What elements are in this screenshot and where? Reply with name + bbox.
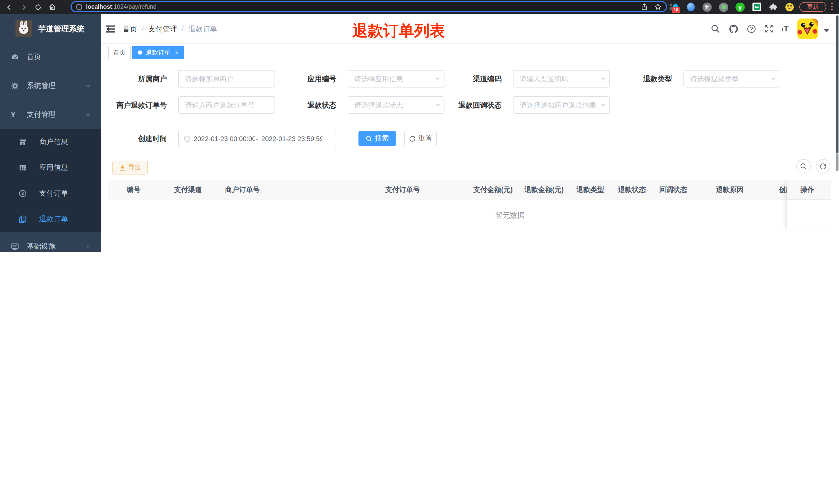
help-icon[interactable] [747,24,756,34]
col-action: 操作 [787,180,831,200]
filter-label-refund-status: 退款状态 [271,96,336,114]
refund-type-select[interactable] [683,70,780,88]
channel-select[interactable] [513,70,610,88]
font-size-icon[interactable]: tT [782,24,788,34]
col-refund-amount: 退款金额(元) [520,180,572,200]
filter-label-create-time: 创建时间 [106,130,167,147]
extension-emoji-icon[interactable] [784,2,795,12]
chevron-down-icon [86,84,91,89]
refresh-icon [409,135,416,142]
fixed-action-column: 操作 [787,180,831,230]
filter-label-merchant-refund-no: 商户退款订单号 [106,96,167,114]
tag-close-icon[interactable]: × [175,50,178,55]
clock-icon [184,135,191,142]
forward-icon[interactable] [19,2,28,12]
app-title: 芋道管理系统 [38,24,85,34]
download-icon [120,164,126,170]
yen-icon: ¥ [11,111,19,119]
col-pay-order-no: 支付订单号 [381,180,469,200]
chevron-up-icon [86,112,91,118]
url-bar[interactable]: localhost:1024/pay/refund [71,1,667,12]
breadcrumb-home[interactable]: 首页 [123,25,137,34]
col-pay-amount: 支付金额(元) [469,180,520,200]
sidebar-item-home[interactable]: 首页 [0,43,101,72]
end-date-input[interactable] [262,134,323,142]
app-logo: 芋道管理系统 [0,14,101,43]
sidebar-item-pay[interactable]: ¥ 支付管理 [0,101,101,129]
sidebar-item-app-info[interactable]: 应用信息 [0,155,101,181]
col-refund-type: 退款类型 [572,180,613,200]
back-icon[interactable] [4,2,14,12]
filter-label-callback-status: 退款回调状态 [436,96,502,114]
page-title: 退款订单列表 [352,21,445,42]
extension-chat-icon[interactable] [751,2,762,12]
export-button[interactable]: 导出 [112,161,148,175]
sidebar-toggle-icon[interactable] [106,25,115,33]
create-time-range-picker[interactable]: - [178,130,336,147]
refund-status-select[interactable] [347,96,445,114]
scrollbar-thumb[interactable] [836,15,838,154]
sidebar: 芋道管理系统 首页 系统管理 ¥ 支付管理 [0,14,101,252]
app-select[interactable] [347,70,445,88]
dashboard-icon [11,53,19,61]
extensions-row: 10 y [669,2,795,12]
scrollbar-track-segment [836,154,838,171]
info-icon[interactable] [76,3,83,10]
table-header-row: 编号 支付渠道 商户订单号 支付订单号 支付金额(元) 退款金额(元) 退款类型… [108,180,831,200]
callback-status-select[interactable] [513,96,610,114]
filter-label-refund-type: 退款类型 [606,70,672,88]
share-icon[interactable] [641,3,648,10]
tag-refund-order[interactable]: 退款订单 × [132,46,184,59]
sidebar-item-infra[interactable]: 基础设施 [0,232,101,252]
github-icon[interactable] [729,24,738,34]
breadcrumb-current: 退款订单 [189,25,217,34]
col-merchant-order-no: 商户订单号 [221,180,381,200]
sidebar-item-merchant-info[interactable]: 商户信息 [0,129,101,155]
svg-text:¥: ¥ [22,192,24,196]
search-icon [366,135,372,142]
chevron-down-icon [86,244,91,249]
extension-command-icon[interactable] [702,2,712,12]
extension-balloon-icon[interactable] [685,2,696,12]
extension-y-icon[interactable]: y [735,2,745,12]
extensions-puzzle-icon[interactable] [768,2,778,12]
sidebar-item-refund-order[interactable]: 退款订单 [0,206,101,232]
sidebar-item-pay-order[interactable]: ¥ 支付订单 [0,181,101,206]
bookmark-star-icon[interactable] [654,3,662,11]
gear-icon [11,82,19,90]
search-icon[interactable] [711,24,720,34]
merchant-select[interactable] [178,70,275,88]
fullscreen-icon[interactable] [764,24,773,34]
filter-label-app: 应用编号 [271,70,336,88]
table-search-toggle-button[interactable] [796,159,811,174]
tag-active-dot [138,51,142,55]
merchant-refund-no-input[interactable] [178,96,275,114]
filter-label-merchant: 所属商户 [106,70,167,88]
breadcrumb: 首页 / 支付管理 / 退款订单 [123,25,217,34]
extension-sider-icon[interactable]: 10 [669,2,679,12]
col-pay-channel: 支付渠道 [165,180,221,200]
main-area: 首页 / 支付管理 / 退款订单 退款订单列表 tT [101,14,836,252]
col-refund-status: 退款状态 [613,180,655,200]
pay-submenu: 商户信息 应用信息 ¥ 支付订单 退款订单 [0,129,101,232]
search-button[interactable]: 搜索 [358,131,396,146]
browser-menu-icon[interactable] [831,3,833,11]
document-icon [19,215,27,223]
tag-home[interactable]: 首页 [108,46,131,59]
table-refresh-button[interactable] [816,159,830,174]
empty-text: 暂无数据 [496,211,524,220]
grid-icon [19,164,27,172]
reload-icon[interactable] [33,2,43,12]
logo-rabbit-image [15,20,32,37]
start-date-input[interactable] [194,134,255,142]
avatar-caret-down-icon[interactable] [824,29,829,35]
reset-button[interactable]: 重置 [404,131,437,146]
home-icon[interactable] [47,2,57,12]
avatar[interactable] [797,19,818,39]
screen: localhost:1024/pay/refund 10 [0,0,839,252]
filter-label-channel: 渠道编码 [436,70,502,88]
sidebar-item-system[interactable]: 系统管理 [0,72,101,101]
breadcrumb-pay[interactable]: 支付管理 [148,25,177,34]
update-button[interactable]: 更新 [799,2,826,12]
extension-record-icon[interactable] [718,2,729,12]
